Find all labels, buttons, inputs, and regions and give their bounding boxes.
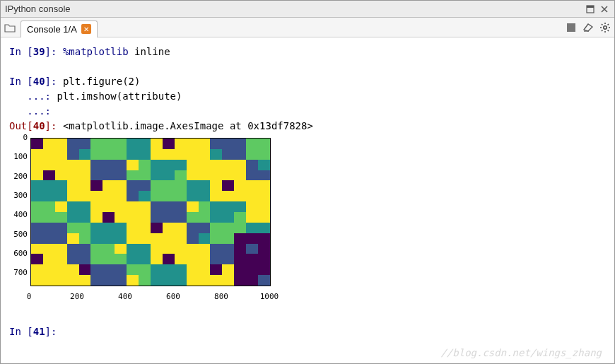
y-tick: 200	[13, 170, 28, 182]
svg-rect-2	[567, 23, 575, 32]
input-cell-40: In [40]: plt.figure(2)	[9, 74, 606, 89]
x-tick: 1000	[260, 291, 279, 303]
y-tick: 400	[13, 209, 28, 221]
y-tick: 500	[13, 228, 28, 240]
options-gear-icon[interactable]	[599, 21, 611, 34]
inline-plot: 0100200300400500600700 02004006008001000	[9, 136, 278, 303]
input-cell-39: In [39]: %matplotlib inline	[9, 45, 606, 59]
x-tick: 600	[166, 291, 180, 303]
y-tick: 700	[13, 267, 28, 279]
clear-icon[interactable]	[582, 21, 594, 34]
panel-title: IPython console	[5, 4, 582, 14]
x-axis: 02004006008001000	[29, 290, 278, 303]
browse-folder-icon[interactable]	[4, 21, 16, 34]
watermark: //blog.csdn.net/wings_zhang	[440, 346, 602, 360]
undock-icon[interactable]	[585, 4, 596, 15]
input-cell-40-cont2: ...:	[9, 104, 606, 119]
titlebar: IPython console	[1, 1, 614, 18]
console-tab[interactable]: Console 1/A ✕	[20, 20, 98, 37]
x-tick: 200	[70, 291, 84, 303]
console-output[interactable]: In [39]: %matplotlib inline In [40]: plt…	[1, 37, 614, 363]
y-tick: 600	[13, 248, 28, 260]
output-cell-40: Out[40]: <matplotlib.image.AxesImage at …	[9, 119, 606, 134]
y-axis: 0100200300400500600700	[9, 136, 29, 283]
svg-rect-1	[587, 6, 594, 8]
tab-close-icon[interactable]: ✕	[81, 24, 91, 34]
svg-point-3	[604, 25, 607, 28]
y-tick: 0	[23, 132, 28, 144]
x-tick: 400	[118, 291, 132, 303]
x-tick: 800	[214, 291, 228, 303]
x-tick: 0	[27, 291, 32, 303]
tab-label: Console 1/A	[27, 24, 77, 35]
input-cell-41: In [41]:	[9, 324, 606, 339]
input-cell-40-cont1: ...: plt.imshow(attribute)	[9, 89, 606, 104]
heatmap-image	[30, 138, 271, 286]
y-tick: 100	[13, 151, 28, 163]
stop-icon[interactable]	[565, 21, 578, 34]
close-panel-icon[interactable]	[599, 4, 610, 15]
y-tick: 300	[13, 190, 28, 202]
toolbar: Console 1/A ✕	[1, 18, 614, 37]
